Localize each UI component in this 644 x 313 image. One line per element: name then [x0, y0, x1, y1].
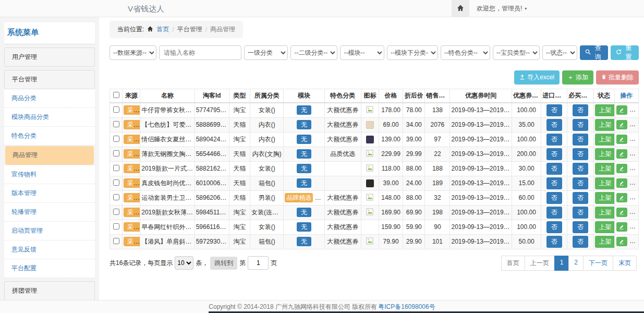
row-checkbox[interactable] [113, 179, 119, 186]
must-buy-toggle[interactable]: 否 [573, 192, 588, 204]
delete-button[interactable] [630, 105, 638, 115]
edit-button[interactable] [616, 178, 627, 188]
page-button[interactable]: 首页 [501, 256, 525, 271]
row-checkbox[interactable] [113, 136, 119, 142]
status-button[interactable]: 上架 [595, 119, 615, 131]
edit-button[interactable] [616, 120, 627, 129]
must-buy-toggle[interactable]: 否 [573, 148, 588, 160]
row-checkbox[interactable] [113, 121, 119, 127]
status-button[interactable]: 上架 [595, 134, 615, 146]
status-button[interactable]: 上架 [595, 192, 615, 204]
imported-toggle[interactable]: 否 [546, 163, 562, 175]
row-checkbox[interactable] [113, 165, 119, 171]
edit-button[interactable] [616, 149, 627, 159]
page-button[interactable]: 2 [568, 256, 584, 271]
must-buy-toggle[interactable]: 否 [573, 177, 588, 189]
page-button[interactable]: 下一页 [583, 256, 613, 271]
sidebar-item[interactable]: 意见反馈 [4, 240, 95, 259]
must-buy-toggle[interactable]: 否 [573, 207, 588, 219]
sidebar-item[interactable]: 版本管理 [4, 184, 95, 203]
status-button[interactable]: 上架 [595, 163, 615, 175]
status-button[interactable]: 上架 [595, 207, 615, 219]
filter-category1-select[interactable]: 一级分类 [244, 45, 288, 60]
imported-toggle[interactable]: 否 [546, 119, 562, 131]
import-excel-button[interactable]: 导入excel [514, 70, 560, 85]
sidebar-item[interactable]: 平台配置 [4, 259, 95, 278]
delete-button[interactable] [630, 135, 638, 144]
row-checkbox[interactable] [113, 238, 119, 244]
page-button[interactable]: 1 [554, 256, 569, 271]
delete-button[interactable] [630, 164, 638, 173]
sidebar-item[interactable]: 用户管理 [4, 47, 95, 67]
home-button[interactable] [452, 0, 469, 17]
must-buy-toggle[interactable]: 否 [573, 134, 588, 146]
page-button[interactable]: 上一页 [525, 256, 555, 271]
row-checkbox[interactable] [113, 194, 119, 200]
sidebar-item[interactable]: 特色分类 [4, 127, 95, 146]
imported-toggle[interactable]: 否 [546, 221, 562, 233]
must-buy-toggle[interactable]: 否 [573, 119, 588, 131]
reset-button[interactable]: 重置 [611, 45, 639, 60]
status-button[interactable]: 上架 [595, 177, 615, 189]
must-buy-toggle[interactable]: 否 [573, 163, 588, 175]
imported-toggle[interactable]: 否 [546, 236, 562, 248]
edit-button[interactable] [616, 208, 627, 217]
imported-toggle[interactable]: 否 [546, 207, 562, 219]
filter-module-sub-select[interactable]: --模块下分类-- [387, 45, 438, 60]
delete-button[interactable] [630, 193, 638, 202]
filter-module-select[interactable]: --模块-- [340, 45, 384, 60]
row-checkbox[interactable] [113, 106, 119, 113]
row-checkbox[interactable] [113, 209, 119, 215]
status-button[interactable]: 上架 [595, 148, 615, 160]
per-page-select[interactable]: 10 [175, 256, 193, 270]
imported-toggle[interactable]: 否 [546, 104, 562, 116]
delete-button[interactable] [630, 149, 638, 159]
delete-button[interactable] [630, 222, 638, 232]
must-buy-toggle[interactable]: 否 [573, 236, 588, 248]
select-all-checkbox[interactable] [113, 92, 119, 98]
breadcrumb-home-link[interactable]: 首页 [156, 25, 169, 34]
sidebar-item[interactable]: 平台管理 [4, 70, 95, 89]
edit-button[interactable] [616, 222, 627, 232]
user-menu[interactable]: 欢迎您，管理员! ▾ [469, 4, 534, 13]
imported-toggle[interactable]: 否 [546, 134, 562, 146]
add-button[interactable]: ＋ 添加 [562, 70, 593, 85]
status-button[interactable]: 上架 [595, 221, 615, 233]
status-button[interactable]: 上架 [595, 236, 615, 248]
row-checkbox[interactable] [113, 223, 119, 230]
edit-button[interactable] [616, 237, 627, 246]
filter-item-type-select[interactable]: --宝贝类型-- [493, 45, 540, 60]
filter-status-select[interactable]: --状态-- [542, 45, 577, 60]
filter-source-select[interactable]: --数据来源-- [110, 45, 156, 60]
edit-button[interactable] [616, 193, 627, 202]
sidebar-item[interactable]: 商品管理 [5, 146, 94, 165]
delete-button[interactable] [630, 178, 638, 188]
sidebar-item[interactable]: 启动页管理 [4, 222, 95, 240]
filter-name-input[interactable] [159, 45, 241, 60]
status-button[interactable]: 上架 [595, 104, 615, 116]
imported-toggle[interactable]: 否 [546, 177, 562, 189]
must-buy-toggle[interactable]: 否 [573, 104, 588, 116]
filter-feature-select[interactable]: --特色分类-- [441, 45, 490, 60]
search-button[interactable]: 查询 [580, 45, 608, 60]
jump-button[interactable]: 跳转到 [210, 257, 237, 270]
delete-button[interactable] [630, 237, 638, 246]
delete-button[interactable] [630, 120, 638, 129]
filter-category2-select[interactable]: --二级分类-- [290, 45, 337, 60]
icp-link[interactable]: 粤ICP备16098006号 [378, 303, 435, 311]
sidebar-item[interactable]: 宣传物料 [4, 165, 95, 184]
edit-button[interactable] [616, 105, 627, 115]
edit-button[interactable] [616, 164, 627, 173]
delete-button[interactable] [630, 208, 638, 217]
must-buy-toggle[interactable]: 否 [573, 221, 588, 233]
sidebar-item[interactable]: 商品分类 [4, 89, 95, 108]
batch-delete-button[interactable]: 批量删除 [596, 70, 639, 85]
sidebar-item[interactable]: 轮播管理 [4, 203, 95, 222]
imported-toggle[interactable]: 否 [546, 148, 562, 160]
page-button[interactable]: 末页 [613, 256, 637, 271]
row-checkbox[interactable] [113, 150, 119, 156]
sidebar-item[interactable]: 模块商品分类 [4, 108, 95, 127]
imported-toggle[interactable]: 否 [546, 192, 562, 204]
sidebar-item[interactable]: 拼团管理 [4, 281, 95, 300]
edit-button[interactable] [616, 135, 627, 144]
